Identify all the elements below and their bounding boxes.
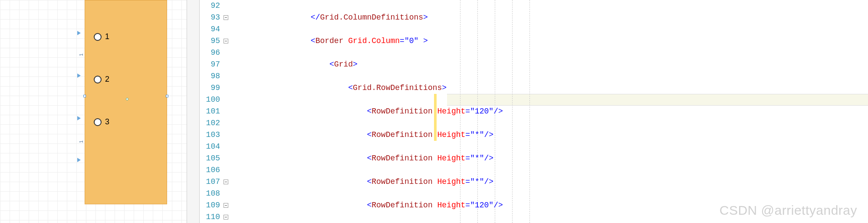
radio-circle-icon [94,76,102,83]
anchor-icon[interactable] [77,116,81,120]
designer-canvas[interactable]: 1 2 3 1 1 [0,0,187,223]
ruler-label: 1 [79,53,84,56]
line-number: 98 [200,70,220,82]
line-number: 94 [200,23,220,35]
designer-scrollbar[interactable] [187,0,200,223]
code-line: <RowDefinition Height="*"/> [236,153,868,164]
line-number: 101 [200,106,220,117]
code-line: </Grid.ColumnDefinitions> [236,12,868,23]
line-number: 104 [200,141,220,153]
code-line: <Grid> [236,59,868,70]
line-number: 106 [200,164,220,176]
radio-button-2[interactable]: 2 [94,75,109,84]
line-number: 99 [200,82,220,94]
selection-handle-icon[interactable] [166,95,168,97]
line-number: 97 [200,59,220,70]
line-number: 109 [200,200,220,211]
anchor-icon[interactable] [77,73,81,78]
radio-circle-icon [94,118,102,126]
radio-label: 3 [105,117,109,126]
radio-label: 2 [105,75,109,84]
fold-toggle-icon[interactable] [224,15,228,20]
center-handle-icon[interactable] [126,98,128,100]
fold-toggle-icon[interactable] [224,180,228,184]
fold-toggle-icon[interactable] [224,203,228,208]
line-number: 105 [200,153,220,164]
fold-toggle-icon[interactable] [224,39,228,43]
selection-handle-icon[interactable] [83,95,86,97]
line-number: 103 [200,129,220,141]
anchor-icon[interactable] [77,158,81,162]
radio-button-3[interactable]: 3 [94,117,109,126]
radio-circle-icon [94,33,102,41]
line-number: 107 [200,176,220,188]
anchor-icon[interactable] [77,31,81,35]
code-line: <RowDefinition Height="120"/> [236,106,868,117]
line-number: 92 [200,0,220,12]
line-number: 93 [200,12,220,23]
border-panel[interactable] [85,0,167,204]
fold-toggle-icon[interactable] [224,215,228,220]
line-number: 110 [200,211,220,223]
code-line: <RowDefinition Height="*"/> [236,176,868,188]
ruler-label: 1 [79,140,84,143]
code-text-area[interactable]: </Grid.ColumnDefinitions> <Border Grid.C… [236,0,868,223]
code-line: <Border Grid.Column="0" > [236,35,868,47]
line-number: 96 [200,47,220,59]
code-editor[interactable]: 92 93 94 95 96 97 98 99 100 101 102 103 … [200,0,868,223]
code-line: <RowDefinition Height="*"/> [236,129,868,141]
line-number: 95 [200,35,220,47]
radio-label: 1 [105,32,109,41]
line-number: 100 [200,94,220,106]
line-number: 102 [200,117,220,129]
line-number-gutter: 92 93 94 95 96 97 98 99 100 101 102 103 … [200,0,224,223]
outline-gutter[interactable] [224,0,236,223]
watermark-text: CSDN @arriettyandray [720,203,857,218]
radio-button-1[interactable]: 1 [94,32,109,41]
line-number: 108 [200,188,220,200]
code-line: <Grid.RowDefinitions> [236,82,868,94]
